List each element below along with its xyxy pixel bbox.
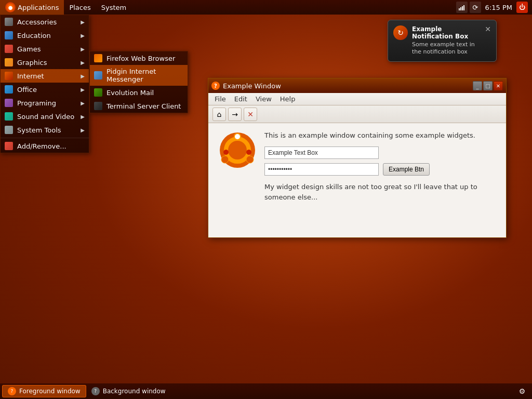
background-window-task[interactable]: ? Background window bbox=[86, 385, 171, 397]
systemtools-icon bbox=[5, 126, 13, 134]
background-task-label: Background window bbox=[103, 388, 166, 395]
applications-label: Applications bbox=[18, 4, 59, 11]
termserver-label: Terminal Server Client bbox=[107, 102, 181, 110]
window-menu-view[interactable]: View bbox=[251, 93, 276, 105]
example-window: ? Example Window _ □ ✕ File Edit View He… bbox=[208, 78, 507, 238]
menu-item-accessories[interactable]: Accessories ▶ bbox=[1, 15, 89, 29]
termserver-icon bbox=[94, 102, 102, 110]
sound-label: Sound and Video bbox=[17, 113, 76, 121]
window-description-text: This is an example window containing som… bbox=[264, 131, 496, 139]
education-label: Education bbox=[17, 32, 76, 39]
window-title-text: Example Window bbox=[223, 82, 470, 90]
accessories-arrow: ▶ bbox=[81, 19, 85, 25]
programming-icon bbox=[5, 99, 13, 107]
foreground-window-task[interactable]: ? Foreground window bbox=[2, 385, 86, 397]
menu-item-games[interactable]: Games ▶ bbox=[1, 42, 89, 56]
applications-dropdown: Accessories ▶ Education ▶ Games ▶ Graphi… bbox=[0, 15, 89, 153]
minimize-button[interactable]: _ bbox=[473, 81, 482, 90]
update-icon[interactable]: ⟳ bbox=[470, 2, 481, 13]
stop-button[interactable]: ✕ bbox=[244, 108, 257, 121]
education-arrow: ▶ bbox=[81, 33, 85, 38]
sound-arrow: ▶ bbox=[81, 114, 85, 119]
taskbar-right: ⚙ bbox=[516, 385, 530, 397]
top-right-area: ⟳ 6:15 PM ⏻ bbox=[456, 2, 532, 13]
submenu-item-termserver[interactable]: Terminal Server Client bbox=[90, 99, 188, 113]
menu-item-systemtools[interactable]: System Tools ▶ bbox=[1, 123, 89, 137]
internet-label: Internet bbox=[17, 72, 76, 80]
window-close-button[interactable]: ✕ bbox=[494, 81, 503, 90]
evolution-label: Evolution Mail bbox=[107, 89, 154, 97]
accessories-label: Accessories bbox=[17, 18, 76, 26]
firefox-label: Firefox Web Browser bbox=[107, 55, 175, 62]
home-button[interactable]: ⌂ bbox=[212, 108, 226, 121]
window-menu-file[interactable]: File bbox=[210, 93, 230, 105]
addremove-label: Add/Remove... bbox=[17, 142, 85, 150]
places-menu[interactable]: Places bbox=[64, 0, 96, 15]
power-icon[interactable]: ⏻ bbox=[516, 2, 528, 13]
menu-item-internet[interactable]: Internet ▶ bbox=[1, 69, 89, 83]
window-title-icon: ? bbox=[211, 82, 220, 90]
close-icon: ✕ bbox=[496, 83, 500, 89]
menu-item-addremove[interactable]: Add/Remove... bbox=[1, 139, 89, 153]
clock: 6:15 PM bbox=[483, 4, 514, 11]
notification-content: Example Notification Box Some example te… bbox=[412, 25, 481, 56]
firefox-icon bbox=[94, 54, 102, 62]
menu-item-programming[interactable]: Programing ▶ bbox=[1, 96, 89, 110]
taskbar-right-icon[interactable]: ⚙ bbox=[516, 385, 528, 397]
window-titlebar: ? Example Window _ □ ✕ bbox=[208, 78, 506, 93]
pidgin-label: Pidgin Internet Messenger bbox=[107, 68, 183, 83]
window-menu-help[interactable]: Help bbox=[276, 93, 300, 105]
home-icon: ⌂ bbox=[217, 110, 222, 118]
programming-label: Programing bbox=[17, 99, 76, 107]
svg-point-10 bbox=[223, 150, 229, 155]
svg-point-9 bbox=[235, 134, 240, 139]
menu-item-graphics[interactable]: Graphics ▶ bbox=[1, 56, 89, 69]
password-field[interactable] bbox=[264, 163, 379, 176]
systemtools-label: System Tools bbox=[17, 126, 76, 134]
pidgin-icon bbox=[94, 71, 102, 79]
example-textbox[interactable] bbox=[264, 147, 379, 159]
svg-point-11 bbox=[246, 150, 251, 155]
taskbar-top: ● Applications Places System ⟳ 6:15 PM ⏻ bbox=[0, 0, 532, 15]
window-body-text: My widget design skills are not too grea… bbox=[264, 182, 496, 202]
games-label: Games bbox=[17, 45, 76, 53]
notification-title: Example Notification Box bbox=[412, 25, 481, 40]
example-btn[interactable]: Example Btn bbox=[383, 163, 430, 176]
notification-close-button[interactable]: ✕ bbox=[485, 25, 491, 33]
evolution-icon bbox=[94, 88, 102, 97]
menu-separator bbox=[1, 138, 89, 138]
notification-text: Some example text in the notification bo… bbox=[412, 41, 481, 56]
submenu-item-firefox[interactable]: Firefox Web Browser bbox=[90, 51, 188, 65]
graphics-arrow: ▶ bbox=[81, 60, 85, 65]
internet-submenu: Firefox Web Browser Pidgin Internet Mess… bbox=[89, 51, 188, 113]
menu-item-office[interactable]: Office ▶ bbox=[1, 83, 89, 96]
svg-point-7 bbox=[221, 156, 229, 163]
ubuntu-logo-icon: ● bbox=[5, 2, 16, 12]
svg-point-8 bbox=[246, 156, 254, 163]
office-icon bbox=[5, 85, 13, 94]
maximize-button[interactable]: □ bbox=[483, 81, 493, 90]
graphics-label: Graphics bbox=[17, 59, 76, 66]
system-menu[interactable]: System bbox=[96, 0, 131, 15]
maximize-icon: □ bbox=[485, 83, 490, 89]
internet-arrow: ▶ bbox=[81, 73, 85, 79]
graphics-icon bbox=[5, 58, 13, 66]
games-arrow: ▶ bbox=[81, 46, 85, 52]
submenu-item-evolution[interactable]: Evolution Mail bbox=[90, 86, 188, 99]
svg-rect-2 bbox=[462, 6, 463, 10]
foreground-task-label: Foreground window bbox=[19, 388, 81, 395]
window-menu-edit[interactable]: Edit bbox=[230, 93, 251, 105]
applications-menu[interactable]: ● Applications bbox=[0, 0, 64, 15]
education-icon bbox=[5, 31, 13, 39]
menu-item-education[interactable]: Education ▶ bbox=[1, 29, 89, 42]
ubuntu-logo-large bbox=[219, 131, 256, 170]
submenu-item-pidgin[interactable]: Pidgin Internet Messenger bbox=[90, 65, 188, 86]
menu-item-sound[interactable]: Sound and Video ▶ bbox=[1, 110, 89, 123]
notification-box: ↻ Example Notification Box Some example … bbox=[388, 20, 497, 62]
system-label: System bbox=[101, 4, 126, 11]
svg-rect-0 bbox=[459, 8, 460, 10]
network-icon[interactable] bbox=[456, 2, 468, 13]
stop-icon: ✕ bbox=[247, 110, 254, 118]
places-label: Places bbox=[69, 4, 90, 11]
forward-button[interactable]: → bbox=[228, 108, 242, 121]
